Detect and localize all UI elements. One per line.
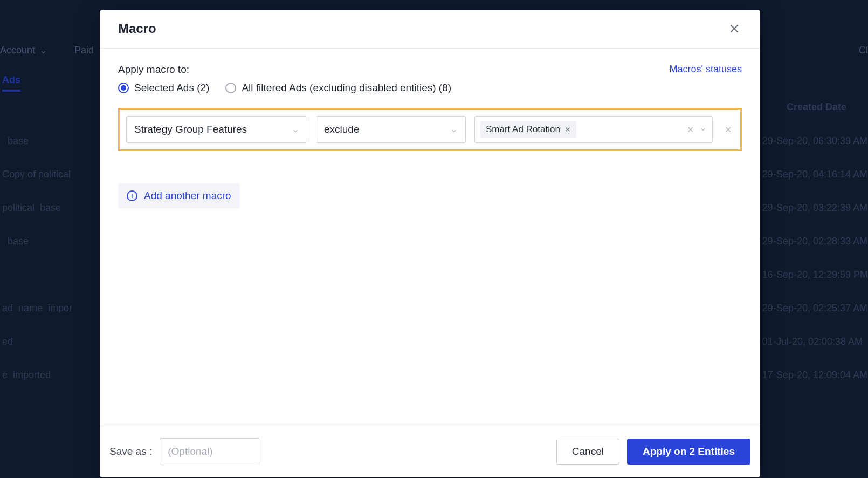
remove-macro-row-button[interactable]: ✕	[721, 125, 735, 135]
tag-remove-icon[interactable]: ✕	[564, 125, 571, 134]
modal-footer: Save as : Cancel Apply on 2 Entities	[100, 426, 760, 477]
radio-label: All filtered Ads (excluding disabled ent…	[242, 82, 451, 94]
bg-right-label: Cl	[859, 45, 868, 56]
bg-row-name: _base	[0, 136, 92, 146]
bg-row-name: Copy of political	[0, 169, 92, 179]
bg-table-dates: 29-Sep-20, 06:30:39 AM 29-Sep-20, 04:16:…	[762, 124, 868, 392]
chevron-down-icon	[699, 126, 707, 133]
select-value: Strategy Group Features	[134, 124, 247, 135]
radio-selected-ads[interactable]: Selected Ads (2)	[118, 82, 209, 94]
macro-rule-row: Strategy Group Features exclude Smart Ad…	[118, 108, 742, 151]
radio-label: Selected Ads (2)	[134, 82, 209, 94]
clear-all-icon[interactable]: ✕	[687, 125, 694, 135]
add-another-macro-button[interactable]: + Add another macro	[118, 183, 240, 208]
apply-button[interactable]: Apply on 2 Entities	[627, 439, 750, 465]
save-as-label: Save as :	[109, 446, 152, 457]
bg-row-date: 16-Sep-20, 12:29:59 PM	[762, 258, 868, 291]
bg-row-name: e_imported	[0, 370, 92, 380]
chevron-down-icon	[450, 126, 458, 133]
bg-row-date: 01-Jul-20, 02:00:38 AM	[762, 325, 868, 358]
bg-tab-ads: Ads	[2, 74, 20, 92]
tag-label: Smart Ad Rotation	[486, 124, 560, 135]
bg-column-created-date: Created Date	[787, 101, 846, 113]
macro-value-multiselect[interactable]: Smart Ad Rotation ✕ ✕	[474, 116, 713, 143]
bg-row-date: 29-Sep-20, 02:25:37 AM	[762, 291, 868, 325]
apply-scope-radio-group: Selected Ads (2) All filtered Ads (exclu…	[118, 82, 451, 94]
macro-field-select[interactable]: Strategy Group Features	[126, 116, 307, 143]
modal-header: Macro	[100, 10, 760, 49]
bg-row-date: 29-Sep-20, 03:22:39 AM	[762, 191, 868, 224]
bg-row-date: 29-Sep-20, 04:16:14 AM	[762, 158, 868, 191]
plus-circle-icon: +	[127, 190, 137, 201]
cancel-button[interactable]: Cancel	[556, 439, 619, 465]
bg-account-dropdown: Account	[0, 45, 35, 56]
close-button[interactable]	[727, 21, 742, 36]
macro-action-select[interactable]: exclude	[316, 116, 466, 143]
bg-table-names: _base Copy of political political_base _…	[0, 124, 92, 392]
macro-modal: Macro Apply macro to: Selected Ads (2) A…	[100, 10, 760, 477]
radio-icon	[225, 83, 236, 93]
radio-all-filtered-ads[interactable]: All filtered Ads (excluding disabled ent…	[225, 82, 451, 94]
modal-body: Apply macro to: Selected Ads (2) All fil…	[100, 49, 760, 426]
bg-row-date: 29-Sep-20, 06:30:39 AM	[762, 124, 868, 158]
close-icon	[728, 23, 740, 35]
apply-macro-label: Apply macro to:	[118, 64, 451, 76]
macros-statuses-link[interactable]: Macros' statuses	[670, 64, 742, 75]
bg-row-date: 17-Sep-20, 12:09:04 AM	[762, 358, 868, 392]
bg-row-name: ed	[0, 337, 92, 346]
bg-paid-label: Paid	[74, 45, 94, 56]
select-value: exclude	[324, 124, 360, 135]
modal-title: Macro	[118, 21, 156, 36]
bg-row-date: 29-Sep-20, 02:28:33 AM	[762, 224, 868, 258]
add-macro-label: Add another macro	[144, 190, 231, 202]
chevron-down-icon	[292, 126, 299, 133]
bg-table-header: Created Date	[787, 101, 868, 113]
bg-row-name: political_base	[0, 203, 92, 213]
bg-tabs: Ads	[0, 69, 20, 91]
bg-row-name: _base	[0, 236, 92, 246]
tag-chip: Smart Ad Rotation ✕	[480, 121, 576, 138]
bg-row-name: ad_name_impor	[0, 303, 92, 313]
save-as-input[interactable]	[160, 438, 259, 465]
radio-icon	[118, 83, 129, 93]
